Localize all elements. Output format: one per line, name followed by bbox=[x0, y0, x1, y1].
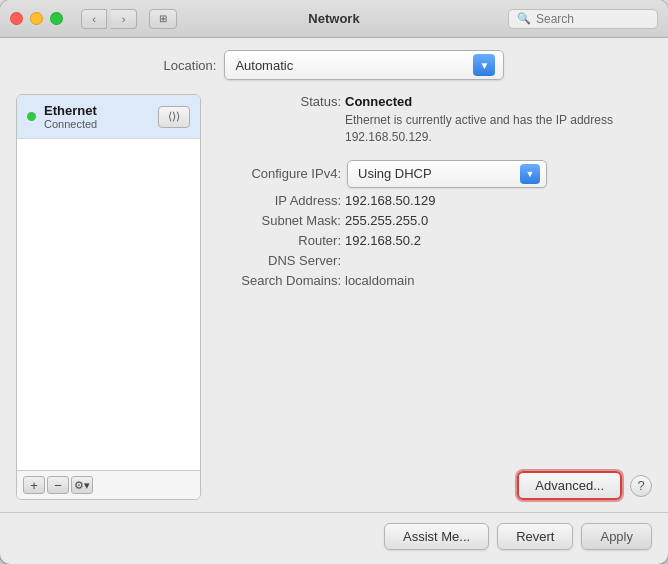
ip-address-value: 192.168.50.129 bbox=[345, 193, 435, 208]
titlebar: ‹ › ⊞ Network 🔍 bbox=[0, 0, 668, 38]
traffic-lights bbox=[10, 12, 63, 25]
search-domains-row: Search Domains: localdomain bbox=[211, 273, 652, 288]
minimize-button[interactable] bbox=[30, 12, 43, 25]
configure-ipv4-label: Configure IPv4: bbox=[211, 166, 341, 181]
search-icon: 🔍 bbox=[517, 12, 531, 25]
configure-section: Configure IPv4: Using DHCP ▼ IP Address:… bbox=[211, 160, 652, 288]
subnet-mask-value: 255.255.255.0 bbox=[345, 213, 428, 228]
subnet-mask-row: Subnet Mask: 255.255.255.0 bbox=[211, 213, 652, 228]
ethernet-sidebar-item[interactable]: Ethernet Connected ⟨⟩⟩ bbox=[17, 95, 200, 139]
ip-address-row: IP Address: 192.168.50.129 bbox=[211, 193, 652, 208]
location-select[interactable]: Automatic ▼ bbox=[224, 50, 504, 80]
status-section: Status: Connected Ethernet is currently … bbox=[211, 94, 652, 146]
status-row: Status: Connected bbox=[211, 94, 652, 109]
location-label: Location: bbox=[164, 58, 217, 73]
search-input[interactable] bbox=[536, 12, 649, 26]
network-window: ‹ › ⊞ Network 🔍 Location: Automatic ▼ bbox=[0, 0, 668, 564]
router-value: 192.168.50.2 bbox=[345, 233, 421, 248]
advanced-button[interactable]: Advanced... bbox=[517, 471, 622, 500]
chevron-down-icon: ▼ bbox=[479, 60, 489, 71]
back-button[interactable]: ‹ bbox=[81, 9, 107, 29]
grid-icon: ⊞ bbox=[159, 13, 167, 24]
dns-server-row: DNS Server: bbox=[211, 253, 652, 268]
search-domains-value: localdomain bbox=[345, 273, 414, 288]
remove-network-button[interactable]: − bbox=[47, 476, 69, 494]
plus-icon: + bbox=[30, 479, 38, 492]
close-button[interactable] bbox=[10, 12, 23, 25]
network-gear-button[interactable]: ⚙ ▾ bbox=[71, 476, 93, 494]
assist-me-button[interactable]: Assist Me... bbox=[384, 523, 489, 550]
content-area: Location: Automatic ▼ Ethernet Connected bbox=[0, 38, 668, 512]
ipv4-dropdown-arrow: ▼ bbox=[520, 164, 540, 184]
router-row: Router: 192.168.50.2 bbox=[211, 233, 652, 248]
status-description: Ethernet is currently active and has the… bbox=[345, 112, 652, 146]
connection-status-dot bbox=[27, 112, 36, 121]
grid-button[interactable]: ⊞ bbox=[149, 9, 177, 29]
chevron-right-icon: › bbox=[122, 13, 126, 25]
network-sidebar: Ethernet Connected ⟨⟩⟩ + − bbox=[16, 94, 201, 500]
ipv4-select[interactable]: Using DHCP ▼ bbox=[347, 160, 547, 188]
ip-address-label: IP Address: bbox=[211, 193, 341, 208]
ethernet-nav-icon: ⟨⟩⟩ bbox=[158, 106, 190, 128]
location-value: Automatic bbox=[235, 58, 473, 73]
apply-button[interactable]: Apply bbox=[581, 523, 652, 550]
router-label: Router: bbox=[211, 233, 341, 248]
gear-icon: ⚙ bbox=[74, 479, 84, 492]
sidebar-item-status: Connected bbox=[44, 118, 150, 130]
chevron-left-icon: ‹ bbox=[92, 13, 96, 25]
add-network-button[interactable]: + bbox=[23, 476, 45, 494]
main-body: Ethernet Connected ⟨⟩⟩ + − bbox=[16, 94, 652, 500]
search-domains-label: Search Domains: bbox=[211, 273, 341, 288]
minus-icon: − bbox=[54, 479, 62, 492]
search-box[interactable]: 🔍 bbox=[508, 9, 658, 29]
status-value: Connected bbox=[345, 94, 412, 109]
bottom-bar: Assist Me... Revert Apply bbox=[0, 512, 668, 564]
status-label: Status: bbox=[211, 94, 341, 109]
configure-ipv4-row: Configure IPv4: Using DHCP ▼ bbox=[211, 160, 652, 188]
advanced-row: Advanced... ? bbox=[211, 471, 652, 500]
chevron-down-icon: ▼ bbox=[526, 169, 535, 179]
chevron-down-icon: ▾ bbox=[84, 479, 90, 492]
arrows-icon: ⟨⟩⟩ bbox=[168, 110, 180, 123]
forward-button[interactable]: › bbox=[111, 9, 137, 29]
maximize-button[interactable] bbox=[50, 12, 63, 25]
subnet-mask-label: Subnet Mask: bbox=[211, 213, 341, 228]
dns-server-label: DNS Server: bbox=[211, 253, 341, 268]
sidebar-controls: + − ⚙ ▾ bbox=[17, 470, 200, 499]
revert-button[interactable]: Revert bbox=[497, 523, 573, 550]
sidebar-item-name: Ethernet bbox=[44, 103, 150, 118]
help-button[interactable]: ? bbox=[630, 475, 652, 497]
sidebar-empty-space bbox=[17, 139, 200, 470]
window-title: Network bbox=[308, 11, 359, 26]
location-row: Location: Automatic ▼ bbox=[16, 50, 652, 80]
question-icon: ? bbox=[637, 478, 644, 493]
status-description-row: Ethernet is currently active and has the… bbox=[211, 111, 652, 146]
right-panel: Status: Connected Ethernet is currently … bbox=[211, 94, 652, 500]
nav-buttons: ‹ › bbox=[81, 9, 137, 29]
location-dropdown-arrow: ▼ bbox=[473, 54, 495, 76]
ipv4-value: Using DHCP bbox=[358, 166, 520, 181]
sidebar-item-info: Ethernet Connected bbox=[44, 103, 150, 130]
